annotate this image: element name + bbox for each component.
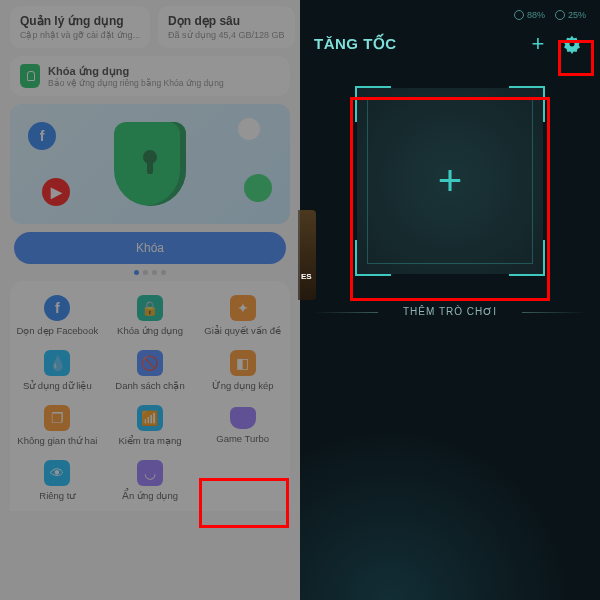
- whatsapp-icon: [244, 174, 272, 202]
- tool-label: Không gian thứ hai: [17, 435, 97, 446]
- shield-lock-icon: [114, 122, 186, 206]
- tool-label: Khóa ứng dụng: [117, 325, 183, 336]
- block-icon: 🚫: [137, 350, 163, 376]
- tool-label: Kiểm tra mạng: [118, 435, 181, 446]
- game-turbo-panel: ES 88% 25% TĂNG TỐC + + THÊM TRÒ CHƠI: [300, 0, 600, 600]
- lock-button[interactable]: Khóa: [14, 232, 286, 264]
- banner-sub: Bảo vệ ứng dụng riêng bằng Khóa ứng dụng: [48, 78, 280, 88]
- settings-icon: [562, 34, 582, 54]
- hide-icon: ◡: [137, 460, 163, 486]
- add-game-label: THÊM TRÒ CHƠI: [300, 306, 600, 317]
- stat-1: 88%: [514, 10, 545, 20]
- page-title: TĂNG TỐC: [314, 35, 526, 53]
- tool-dual-apps[interactable]: ◧Ứng dụng kép: [197, 346, 288, 395]
- card-sub: Cập nhật và gỡ cài đặt ứng...: [20, 30, 140, 40]
- add-button[interactable]: +: [526, 32, 550, 56]
- tool-second-space[interactable]: ❐Không gian thứ hai: [12, 401, 103, 450]
- tool-label: Riêng tư: [39, 490, 75, 501]
- tool-label: Ẩn ứng dụng: [122, 490, 178, 501]
- gamepad-icon: [230, 407, 256, 429]
- dual-icon: ◧: [230, 350, 256, 376]
- lock-icon: 🔒: [137, 295, 163, 321]
- tool-label: Game Turbo: [216, 433, 269, 444]
- copy-icon: ❐: [44, 405, 70, 431]
- shield-icon: [20, 64, 40, 88]
- manage-apps-card[interactable]: Quản lý ứng dụng Cập nhật và gỡ cài đặt …: [10, 6, 150, 48]
- tool-data-usage[interactable]: 💧Sử dụng dữ liệu: [12, 346, 103, 395]
- app-lock-promo: f ▶: [10, 104, 290, 224]
- tool-app-lock[interactable]: 🔒Khóa ứng dụng: [105, 291, 196, 340]
- wrench-icon: ✦: [230, 295, 256, 321]
- stat-2: 25%: [555, 10, 586, 20]
- tool-label: Giải quyết vấn đề: [204, 325, 281, 336]
- tool-game-turbo[interactable]: Game Turbo: [197, 401, 288, 450]
- gauge-icon: [514, 10, 524, 20]
- deep-clean-card[interactable]: Dọn dẹp sâu Đã sử dụng 45,4 GB/128 GB: [158, 6, 295, 48]
- tool-label: Sử dụng dữ liệu: [23, 380, 92, 391]
- tool-network-test[interactable]: 📶Kiểm tra mạng: [105, 401, 196, 450]
- app-icon: [238, 118, 260, 140]
- tools-grid: fDọn dẹp Facebook 🔒Khóa ứng dụng ✦Giải q…: [10, 281, 290, 511]
- facebook-icon: f: [28, 122, 56, 150]
- add-game-slot[interactable]: +: [357, 88, 543, 274]
- privacy-icon: 👁: [44, 460, 70, 486]
- adjacent-game-label: ES: [301, 272, 312, 281]
- adjacent-game-tile[interactable]: [298, 210, 316, 300]
- tool-facebook-clean[interactable]: fDọn dẹp Facebook: [12, 291, 103, 340]
- frame-decor: [367, 98, 533, 264]
- drop-icon: 💧: [44, 350, 70, 376]
- tool-blocklist[interactable]: 🚫Danh sách chặn: [105, 346, 196, 395]
- status-bar: 88% 25%: [300, 0, 600, 20]
- tool-label: Danh sách chặn: [115, 380, 184, 391]
- banner-title: Khóa ứng dụng: [48, 65, 280, 78]
- card-title: Quản lý ứng dụng: [20, 14, 140, 28]
- youtube-icon: ▶: [42, 178, 70, 206]
- gauge-icon: [555, 10, 565, 20]
- settings-button[interactable]: [558, 30, 586, 58]
- app-lock-banner[interactable]: Khóa ứng dụng Bảo vệ ứng dụng riêng bằng…: [10, 56, 290, 96]
- tool-label: Ứng dụng kép: [212, 380, 274, 391]
- tool-troubleshoot[interactable]: ✦Giải quyết vấn đề: [197, 291, 288, 340]
- card-sub: Đã sử dụng 45,4 GB/128 GB: [168, 30, 285, 40]
- security-app-panel: Quản lý ứng dụng Cập nhật và gỡ cài đặt …: [0, 0, 300, 600]
- facebook-icon: f: [44, 295, 70, 321]
- page-indicator: [10, 270, 290, 275]
- card-title: Dọn dẹp sâu: [168, 14, 285, 28]
- tool-hide-apps[interactable]: ◡Ẩn ứng dụng: [105, 456, 196, 505]
- tool-privacy[interactable]: 👁Riêng tư: [12, 456, 103, 505]
- tool-label: Dọn dẹp Facebook: [16, 325, 98, 336]
- signal-icon: 📶: [137, 405, 163, 431]
